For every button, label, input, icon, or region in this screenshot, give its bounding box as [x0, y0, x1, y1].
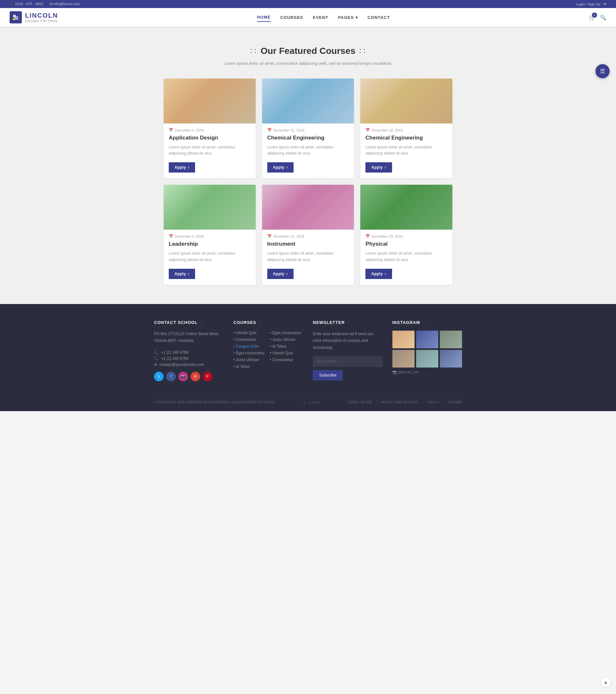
course-title-2: Chemical Engineering: [267, 135, 349, 141]
course-title-1: Application Design: [169, 135, 251, 141]
course-image-1: [164, 78, 256, 124]
logo-icon: [10, 11, 22, 23]
footer-course-link-col1-0[interactable]: • Utinelit Quis: [234, 331, 267, 335]
instagram-grid: [392, 331, 462, 367]
top-bar-right: Login / Sign Up ✉: [576, 2, 606, 6]
course-image-2: [262, 78, 354, 124]
cart-button[interactable]: 🛒 0: [589, 15, 595, 20]
svg-point-0: [13, 18, 15, 20]
footer-bottom-links: TERMS OF USE|PRIVACY AND SECURITY|POLICY…: [348, 401, 462, 404]
footer-courses-title: COURSES ⁚⁚: [234, 320, 304, 325]
footer-link-policy[interactable]: POLICY: [428, 401, 439, 404]
login-link[interactable]: Login / Sign Up: [576, 2, 600, 6]
instagram-thumb-6[interactable]: [440, 350, 462, 367]
instagram-thumb-2[interactable]: [416, 331, 438, 348]
header: LINCOLN Education PSD Theme HOME COURSES…: [0, 8, 616, 26]
footer-course-link-col2-1[interactable]: • Justo Ultrices: [270, 337, 303, 342]
nav-courses[interactable]: COURSES: [280, 14, 303, 21]
logo-tagline: Education PSD Theme: [25, 19, 58, 23]
course-title-6: Physical: [365, 241, 447, 247]
apply-button-6[interactable]: Apply ›: [365, 269, 392, 279]
arrow-icon: ›: [287, 272, 288, 276]
course-card-1: 📅 December 4, 2016 Application Design Lo…: [164, 78, 256, 178]
calendar-icon: 📅: [169, 234, 173, 238]
section-subtitle: Lorem ipsum dolor sit amet, consectetur …: [10, 61, 606, 66]
footer-course-link-col1-1[interactable]: • Consectetur: [234, 337, 267, 342]
arrow-icon: ›: [385, 272, 386, 276]
calendar-icon: 📅: [267, 128, 272, 132]
phone-number: 📞 (519) - 875 - 9822: [10, 2, 43, 6]
dots-right: ⁚ ⁚: [359, 48, 366, 54]
envelope-icon: ✉: [603, 2, 606, 6]
footer-address: PO Box CT16122 Collins Street West, Vict…: [154, 331, 224, 344]
fab-menu-button[interactable]: ☰: [596, 64, 610, 78]
apply-button-1[interactable]: Apply ›: [169, 162, 195, 172]
twitter-button[interactable]: 𝕏: [154, 372, 164, 381]
facebook-button[interactable]: f: [166, 372, 176, 381]
hamburger-icon: ☰: [600, 68, 605, 75]
nav-event[interactable]: EVENT: [313, 14, 328, 21]
arrow-icon: ›: [385, 165, 386, 170]
footer-course-link-col1-5[interactable]: • Id Tellus: [234, 364, 267, 369]
footer-course-link-col2-4[interactable]: • Consectetur: [270, 358, 303, 362]
footer-phone1: 📞 +1 (2) 345 6789: [154, 350, 224, 355]
course-card-5: 📅 December 21, 2016 Instrument Lorem ips…: [262, 185, 354, 285]
course-desc-6: Lorem ipsum dolor sit amet, consetetur a…: [365, 251, 447, 263]
footer-instagram-title: INSTAGRAM ⁚⁚: [392, 320, 462, 325]
course-card-4: 📅 December 4, 2016 Leadership Lorem ipsu…: [164, 185, 256, 285]
course-image-4: [164, 185, 256, 230]
nav-contact[interactable]: CONTACT: [368, 14, 390, 21]
email-icon: ✉: [154, 362, 157, 367]
subscribe-button[interactable]: Subscribe: [313, 370, 343, 380]
calendar-icon: 📅: [169, 128, 173, 132]
footer: CONTACT SCHOOL ⁚⁚ PO Box CT16122 Collins…: [0, 304, 616, 411]
course-date-3: 📅 December 19, 2016: [365, 128, 447, 132]
email-address: ✉ info@lincoln.edu: [50, 2, 80, 6]
footer-contact-title: CONTACT SCHOOL ⁚⁚: [154, 320, 224, 325]
footer-courses-col: COURSES ⁚⁚ • Utinelit Quis• Consectetur•…: [234, 320, 304, 381]
course-image-3: [360, 78, 452, 124]
footer-course-link-col1-3[interactable]: • Eget consectetur: [234, 351, 267, 355]
main-nav: HOME COURSES EVENT PAGES ▾ CONTACT: [257, 13, 390, 22]
instagram-button[interactable]: 📷: [178, 372, 188, 381]
footer-course-link-col1-4[interactable]: • Justo Ullricee: [234, 358, 267, 362]
apply-button-4[interactable]: Apply ›: [169, 269, 195, 279]
footer-link-terms-of-use[interactable]: TERMS OF USE: [348, 401, 372, 404]
footer-course-link-col1-2[interactable]: • Congue Enim: [234, 344, 267, 349]
courses-grid: 📅 December 4, 2016 Application Design Lo…: [164, 78, 452, 285]
footer-course-link-col2-0[interactable]: • Eget consectetur: [270, 331, 303, 335]
arrow-icon: ›: [188, 165, 189, 170]
apply-button-2[interactable]: Apply ›: [267, 162, 293, 172]
apply-button-3[interactable]: Apply ›: [365, 162, 392, 172]
pinterest-button[interactable]: P: [203, 372, 212, 381]
google-button[interactable]: G: [191, 372, 200, 381]
newsletter-email-input[interactable]: [313, 356, 383, 367]
instagram-thumb-5[interactable]: [416, 350, 438, 367]
search-icon[interactable]: 🔍: [600, 15, 606, 20]
footer-instagram-col: INSTAGRAM ⁚⁚ 📷 @lincoln_edu: [392, 320, 462, 381]
instagram-thumb-3[interactable]: [440, 331, 462, 348]
calendar-icon: 📅: [365, 128, 370, 132]
copyright-text: © COPYRIGHT 2015. POWERED BY WORDPRESS. …: [154, 401, 276, 404]
footer-bottom: © COPYRIGHT 2015. POWERED BY WORDPRESS. …: [154, 394, 462, 405]
course-date-5: 📅 December 21, 2016: [267, 234, 349, 238]
footer-email: ✉ contact@yourdomain.com: [154, 362, 224, 367]
nav-home[interactable]: HOME: [257, 13, 271, 22]
footer-course-link-col2-2[interactable]: • Id Tellus: [270, 344, 303, 349]
footer-social: 𝕏 f 📷 G P: [154, 372, 224, 381]
nav-pages[interactable]: PAGES ▾: [338, 14, 358, 21]
apply-button-5[interactable]: Apply ›: [267, 269, 293, 279]
section-title-text: Our Featured Courses: [260, 46, 356, 56]
course-desc-5: Lorem ipsum dolor sit amet, consetetur a…: [267, 251, 349, 263]
footer-link-sitemap[interactable]: SITEMAP: [448, 401, 462, 404]
instagram-thumb-4[interactable]: [392, 350, 415, 367]
instagram-thumb-1[interactable]: [392, 331, 415, 348]
arrow-icon: ›: [188, 272, 189, 276]
phone-icon: 📞: [154, 350, 159, 355]
course-card-2: 📅 December 21, 2016 Chemical Engineering…: [262, 78, 354, 178]
footer-link-privacy-and-security[interactable]: PRIVACY AND SECURITY: [381, 401, 419, 404]
top-bar-left: 📞 (519) - 875 - 9822 ✉ info@lincoln.edu: [10, 2, 80, 6]
course-date-2: 📅 December 21, 2016: [267, 128, 349, 132]
footer-course-link-col2-3[interactable]: • Utinelit Quis: [270, 351, 303, 355]
section-title-wrap: ⁚ ⁚ Our Featured Courses ⁚ ⁚: [10, 46, 606, 56]
